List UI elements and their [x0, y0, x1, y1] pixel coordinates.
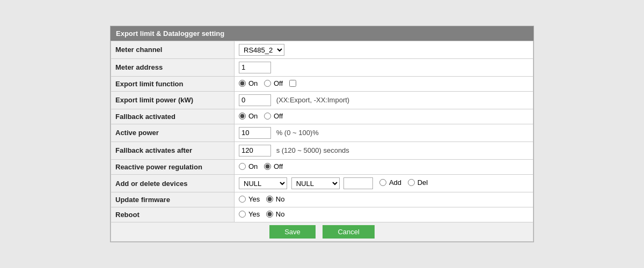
fallback-activated-off-radio[interactable]	[264, 113, 271, 120]
save-button[interactable]: Save	[269, 225, 316, 239]
cell-export-limit-power: (XX:Export, -XX:Import)	[235, 91, 533, 109]
settings-table: Meter channel RS485_1 RS485_2 RS485_3 Me…	[111, 41, 533, 242]
table-row: Update firmware Yes No	[111, 192, 533, 207]
export-limit-on-text: On	[248, 79, 258, 87]
table-row: Reactive power regulation On Off	[111, 159, 533, 174]
reboot-yes-radio[interactable]	[239, 211, 246, 218]
table-row: Reboot Yes No	[111, 207, 533, 222]
add-delete-select-2[interactable]: NULL	[291, 177, 340, 189]
firmware-no-label[interactable]: No	[266, 195, 285, 203]
active-power-hint: % (0 ~ 100)%	[276, 129, 319, 137]
table-row: Add or delete devices NULL NULL Add Del	[111, 174, 533, 192]
label-export-limit-power: Export limit power (kW)	[111, 91, 235, 109]
table-row: Meter channel RS485_1 RS485_2 RS485_3	[111, 41, 533, 58]
label-update-firmware: Update firmware	[111, 192, 235, 207]
cell-fallback-activated: On Off	[235, 109, 533, 124]
table-row: Export limit function On Off	[111, 76, 533, 91]
cell-meter-address	[235, 58, 533, 76]
cell-reactive-power: On Off	[235, 159, 533, 174]
export-limit-off-label[interactable]: Off	[264, 79, 283, 87]
label-fallback-activates-after: Fallback activates after	[111, 142, 235, 159]
cancel-button[interactable]: Cancel	[323, 225, 374, 239]
reactive-power-off-radio[interactable]	[264, 163, 271, 170]
cell-update-firmware: Yes No	[235, 192, 533, 207]
add-delete-select-1[interactable]: NULL	[239, 177, 287, 189]
fallback-activated-off-label[interactable]: Off	[264, 112, 283, 120]
reboot-no-text: No	[276, 210, 285, 218]
table-row: Active power % (0 ~ 100)%	[111, 124, 533, 142]
export-limit-off-text: Off	[274, 79, 283, 87]
label-active-power: Active power	[111, 124, 235, 142]
label-reboot: Reboot	[111, 207, 235, 222]
cell-active-power: % (0 ~ 100)%	[235, 124, 533, 142]
meter-channel-select[interactable]: RS485_1 RS485_2 RS485_3	[239, 44, 284, 56]
export-limit-power-input[interactable]	[239, 94, 271, 106]
label-add-delete-devices: Add or delete devices	[111, 174, 235, 192]
table-row: Meter address	[111, 58, 533, 76]
del-radio[interactable]	[408, 179, 415, 186]
cell-fallback-activates-after: s (120 ~ 5000) seconds	[235, 142, 533, 159]
fallback-activated-on-label[interactable]: On	[239, 112, 258, 120]
active-power-input[interactable]	[239, 127, 271, 139]
export-limit-on-label[interactable]: On	[239, 79, 258, 87]
add-radio[interactable]	[379, 179, 386, 186]
cell-export-limit-function: On Off	[235, 76, 533, 91]
fallback-activated-on-radio[interactable]	[239, 113, 246, 120]
cell-add-delete-devices: NULL NULL Add Del	[235, 174, 533, 192]
del-label-text: Del	[418, 178, 428, 187]
label-meter-channel: Meter channel	[111, 41, 235, 58]
reboot-no-radio[interactable]	[266, 211, 273, 218]
footer-row: Save Cancel	[111, 222, 533, 242]
label-fallback-activated: Fallback activated	[111, 109, 235, 124]
label-reactive-power: Reactive power regulation	[111, 159, 235, 174]
add-label-text: Add	[389, 178, 401, 187]
firmware-yes-label[interactable]: Yes	[239, 195, 260, 203]
reactive-power-off-text: Off	[274, 162, 283, 170]
fallback-activates-after-hint: s (120 ~ 5000) seconds	[276, 146, 349, 154]
table-row: Fallback activated On Off	[111, 109, 533, 124]
cell-reboot: Yes No	[235, 207, 533, 222]
label-export-limit-function: Export limit function	[111, 76, 235, 91]
settings-panel: Export limit & Datalogger setting Meter …	[110, 26, 534, 243]
export-limit-off-radio[interactable]	[264, 80, 271, 87]
panel-title: Export limit & Datalogger setting	[111, 26, 533, 41]
del-radio-label[interactable]: Del	[408, 178, 428, 187]
firmware-no-text: No	[276, 195, 285, 203]
fallback-activated-on-text: On	[248, 112, 258, 120]
footer-cell: Save Cancel	[111, 222, 533, 242]
reactive-power-on-label[interactable]: On	[239, 162, 258, 170]
export-limit-checkbox[interactable]	[289, 80, 296, 87]
reboot-yes-label[interactable]: Yes	[239, 210, 260, 218]
fallback-activates-after-input[interactable]	[239, 145, 271, 157]
reactive-power-off-label[interactable]: Off	[264, 162, 283, 170]
add-radio-label[interactable]: Add	[379, 178, 401, 187]
firmware-no-radio[interactable]	[266, 196, 273, 203]
add-delete-text-input[interactable]	[343, 177, 373, 189]
firmware-yes-text: Yes	[248, 195, 260, 203]
export-limit-on-radio[interactable]	[239, 80, 246, 87]
cell-meter-channel: RS485_1 RS485_2 RS485_3	[235, 41, 533, 58]
reactive-power-on-text: On	[248, 162, 258, 170]
firmware-yes-radio[interactable]	[239, 196, 246, 203]
reactive-power-on-radio[interactable]	[239, 163, 246, 170]
export-limit-power-hint: (XX:Export, -XX:Import)	[276, 96, 350, 104]
meter-address-input[interactable]	[239, 62, 271, 73]
fallback-activated-off-text: Off	[274, 112, 283, 120]
table-row: Fallback activates after s (120 ~ 5000) …	[111, 142, 533, 159]
reboot-no-label[interactable]: No	[266, 210, 285, 218]
table-row: Export limit power (kW) (XX:Export, -XX:…	[111, 91, 533, 109]
label-meter-address: Meter address	[111, 58, 235, 76]
reboot-yes-text: Yes	[248, 210, 260, 218]
